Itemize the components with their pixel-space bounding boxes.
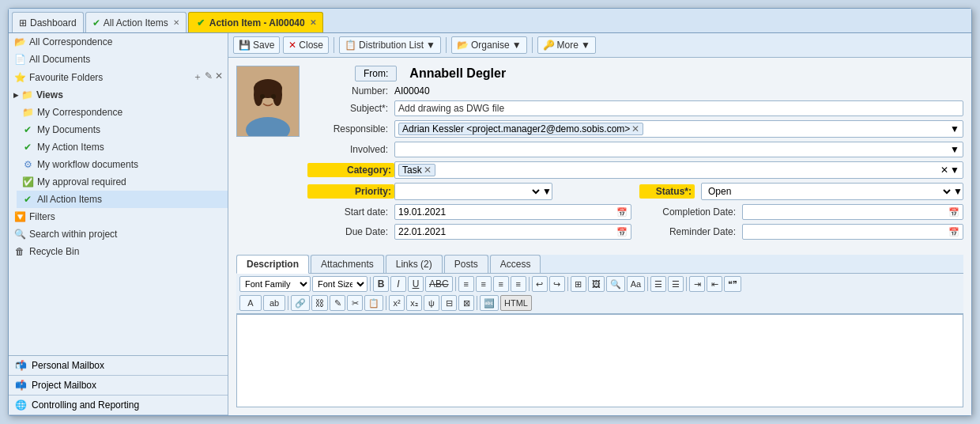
sidebar-item-my-documents[interactable]: ✔ My Documents (17, 121, 228, 138)
align-justify-button[interactable]: ≡ (511, 276, 526, 292)
sidebar-item-my-approval[interactable]: ✅ My approval required (17, 173, 228, 191)
superscript-button[interactable]: x² (389, 295, 405, 311)
sidebar-label-filters: Filters (29, 211, 55, 222)
sidebar-item-personal-mailbox[interactable]: 📬 Personal Mailbox (9, 356, 228, 376)
distribution-list-button[interactable]: 📋 Distribution List ▼ (339, 36, 441, 54)
sidebar-item-all-correspondence[interactable]: 📂 All Correspondence (9, 33, 228, 51)
sidebar-item-recycle[interactable]: 🗑 Recycle Bin (9, 243, 228, 260)
html-label[interactable]: HTML (500, 295, 532, 311)
priority-select[interactable]: ▼ (394, 183, 552, 200)
sidebar-item-all-documents[interactable]: 📄 All Documents (9, 51, 228, 68)
category-input[interactable]: Task ✕ ✕ ▼ (394, 161, 963, 179)
tab-description[interactable]: Description (236, 255, 309, 274)
status-dropdown[interactable]: Open (702, 184, 953, 199)
responsible-dropdown-icon[interactable]: ▼ (950, 123, 959, 134)
sidebar-item-favourite-folders[interactable]: ⭐ Favourite Folders ＋ ✎ ✕ (9, 68, 228, 86)
tab-posts[interactable]: Posts (444, 255, 488, 273)
list-button[interactable]: ☰ (650, 276, 666, 292)
sidebar-section-views[interactable]: ▶ 📁 Views (9, 86, 228, 104)
add-fav-icon[interactable]: ＋ (193, 70, 202, 84)
image-button[interactable]: 🖼 (588, 276, 605, 292)
table2-button[interactable]: ⊟ (441, 295, 457, 311)
tab-access[interactable]: Access (490, 255, 541, 273)
reminder-date-calendar-icon[interactable]: 📅 (945, 225, 963, 239)
tab-all-action-items[interactable]: ✔ All Action Items ✕ (85, 12, 187, 32)
ed-divider-9 (477, 296, 477, 310)
remove-fav-icon[interactable]: ✕ (215, 70, 223, 84)
table3-button[interactable]: ⊠ (458, 295, 474, 311)
special-char-button[interactable]: ψ (424, 295, 439, 311)
category-clear-icon[interactable]: ✕ (940, 165, 948, 176)
indent-button[interactable]: ⇥ (689, 276, 705, 292)
table-button[interactable]: ⊞ (571, 276, 586, 292)
redo-button[interactable]: ↪ (549, 276, 565, 292)
cut-button[interactable]: ✂ (347, 295, 363, 311)
save-button[interactable]: 💾 Save (233, 36, 280, 54)
involved-input[interactable]: ▼ (394, 142, 963, 157)
highlight-color-button[interactable]: ab (263, 295, 285, 311)
blockquote-button[interactable]: ❝❞ (724, 276, 741, 292)
font-size-select[interactable]: Font Size (312, 276, 368, 292)
format-button[interactable]: Aa (627, 276, 645, 292)
bold-button[interactable]: B (373, 276, 389, 292)
unlink-button[interactable]: ⛓ (311, 295, 328, 311)
category-tag-value: Task (402, 165, 422, 176)
responsible-tag-remove[interactable]: ✕ (631, 123, 639, 134)
completion-date-calendar-icon[interactable]: 📅 (945, 206, 963, 219)
from-button[interactable]: From: (355, 66, 397, 81)
find-replace-button[interactable]: 🔍 (606, 276, 625, 292)
involved-dropdown-icon[interactable]: ▼ (950, 144, 959, 155)
sidebar-item-my-workflow[interactable]: ⚙ My workflow documents (17, 156, 228, 173)
editor-body[interactable] (236, 314, 963, 407)
link-button[interactable]: 🔗 (291, 295, 310, 311)
sidebar-item-my-correspondence[interactable]: 📁 My Correspondence (17, 104, 228, 121)
responsible-input[interactable]: Adrian Kessler <project.manager2@demo.so… (394, 120, 963, 138)
organise-button[interactable]: 📂 Organise ▼ (451, 36, 527, 54)
tab-attachments[interactable]: Attachments (311, 255, 384, 273)
italic-button[interactable]: I (390, 276, 406, 292)
close-button[interactable]: ✕ Close (283, 36, 329, 54)
underline-button[interactable]: U (408, 276, 424, 292)
sidebar-item-controlling[interactable]: 🌐 Controlling and Reporting (9, 396, 228, 415)
align-left-button[interactable]: ≡ (458, 276, 474, 292)
copy-button[interactable]: 📋 (364, 295, 383, 311)
ordered-list-button[interactable]: ☰ (668, 276, 684, 292)
priority-dropdown[interactable] (395, 184, 542, 199)
status-arrow-icon: ▼ (953, 186, 963, 197)
completion-date-input[interactable] (743, 205, 945, 219)
spell-check-button[interactable]: 🔤 (480, 295, 499, 311)
sidebar-item-project-mailbox[interactable]: 📫 Project Mailbox (9, 376, 228, 396)
font-family-select[interactable]: Font Family (239, 276, 311, 292)
start-date-calendar-icon[interactable]: 📅 (613, 206, 631, 219)
reminder-date-input[interactable] (743, 225, 945, 239)
tab-dashboard[interactable]: ⊞ Dashboard (12, 12, 84, 32)
tab-links[interactable]: Links (2) (386, 255, 443, 273)
organise-icon: 📂 (457, 40, 469, 51)
outdent-button[interactable]: ⇤ (707, 276, 722, 292)
due-date-input[interactable] (395, 225, 613, 239)
category-dropdown-icon[interactable]: ▼ (950, 165, 959, 176)
field-row-subject: Subject*: (307, 100, 963, 116)
start-date-input[interactable] (395, 205, 613, 219)
subscript-button[interactable]: x₂ (406, 295, 422, 311)
subject-input[interactable] (394, 100, 963, 116)
align-right-button[interactable]: ≡ (493, 276, 509, 292)
tab-action-item-ai00040[interactable]: ✔ Action Item - AI00040 ✕ (188, 12, 323, 32)
sidebar-item-all-action-items[interactable]: ✔ All Action Items (17, 191, 228, 208)
edit-fav-icon[interactable]: ✎ (205, 70, 213, 84)
category-tag-remove[interactable]: ✕ (424, 165, 432, 176)
font-color-button[interactable]: A (239, 295, 262, 311)
more-button[interactable]: 🔑 More ▼ (537, 36, 596, 54)
sidebar-item-my-action-items[interactable]: ✔ My Action Items (17, 138, 228, 156)
status-select[interactable]: Open ▼ (701, 183, 963, 200)
edit-html-button[interactable]: ✎ (330, 295, 345, 311)
align-center-button[interactable]: ≡ (476, 276, 492, 292)
undo-button[interactable]: ↩ (532, 276, 548, 292)
sidebar-item-search[interactable]: 🔍 Search within project (9, 225, 228, 243)
tab-all-action-items-close[interactable]: ✕ (173, 18, 179, 27)
sidebar-label-all-action-items: All Action Items (37, 194, 102, 205)
due-date-calendar-icon[interactable]: 📅 (613, 225, 631, 239)
strikethrough-button[interactable]: ABC (425, 276, 453, 292)
tab-action-item-close[interactable]: ✕ (310, 18, 316, 27)
sidebar-item-filters[interactable]: 🔽 Filters (9, 208, 228, 225)
